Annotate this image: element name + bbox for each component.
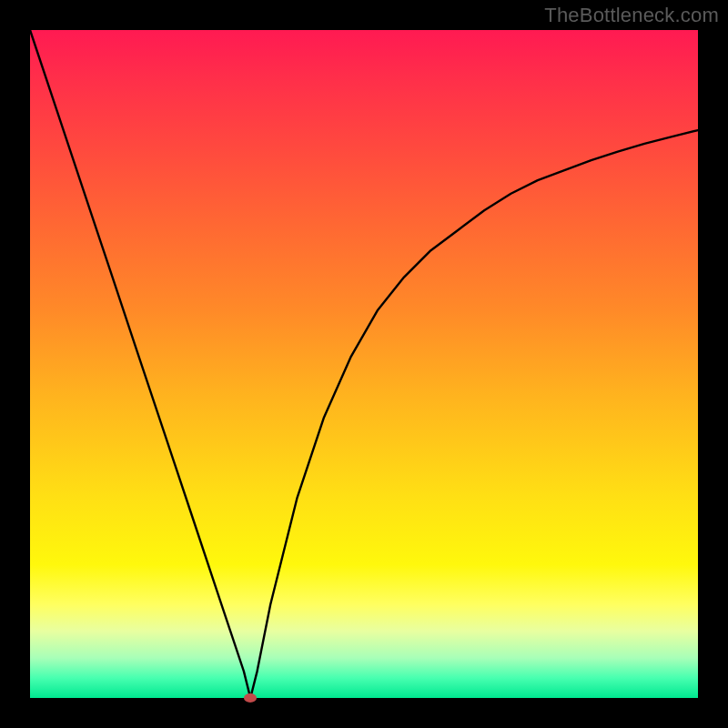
minimum-marker (244, 693, 257, 703)
bottleneck-curve (30, 30, 698, 698)
watermark-text: TheBottleneck.com (544, 4, 719, 27)
chart-frame: TheBottleneck.com (0, 0, 728, 728)
plot-area (30, 30, 698, 698)
